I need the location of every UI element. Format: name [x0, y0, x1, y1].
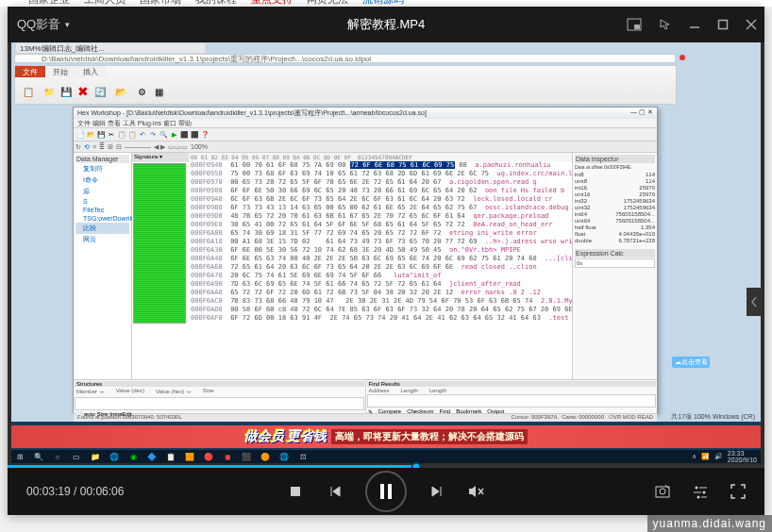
app-icon: ◼: [223, 452, 232, 461]
chevron-down-icon: ▾: [65, 20, 70, 29]
start-icon: ⊞: [15, 452, 25, 461]
fullscreen-button[interactable]: [729, 482, 747, 501]
hex-menu: 文件 编辑 查看 工具 Plug-ins 窗口 帮助: [74, 119, 657, 128]
app-icon: 📋: [166, 452, 176, 461]
binary-map-icon: [133, 163, 186, 324]
paste-icon: 📋: [17, 81, 40, 102]
data-inspector-panel: Data Inspector Data at offset 0x000F394E…: [572, 153, 657, 379]
app-icon: 🔷: [147, 452, 157, 461]
wechat-icon: ◉: [128, 452, 138, 461]
svg-point-15: [703, 491, 706, 494]
hex-window-controls: — ▢ ✕: [630, 108, 653, 118]
hex-toolbar: 📄📂💾✂📋📋↶↷🔍▶⬛⬛❓: [74, 128, 657, 141]
video-player-window: QQ影音▾ 解密教程.MP4 13M%编辑日志_编辑社... D:\Baidu\…: [8, 7, 764, 515]
refresh-icon: 🔄: [92, 81, 108, 102]
inner-url-bar: D:\Baidu\netdisk\Download\androidkiller_…: [14, 54, 676, 63]
clock: 23:332020/9/10: [728, 450, 757, 463]
svg-rect-8: [388, 484, 392, 499]
tool-icon: ⚙: [134, 81, 149, 102]
settings-button[interactable]: [691, 482, 710, 501]
ribbon-tab-file: 文件: [15, 66, 45, 77]
hex-dump: 00 01 02 03 04 05 06 07 08 09 0A 0B 0C 0…: [189, 153, 572, 379]
tree-item: 比较: [76, 223, 129, 234]
screenshot-button[interactable]: [653, 482, 672, 501]
hex-title: Hex Workshop - [D:\Baidu\Netdisk\Downloa…: [74, 108, 657, 119]
tray-icon: ∧: [692, 453, 696, 460]
maximize-button[interactable]: [717, 19, 729, 30]
video-content[interactable]: 13M%编辑日志_编辑社... D:\Baidu\netdisk\Downloa…: [8, 42, 764, 465]
player-controls: 00:03:19 / 00:06:06: [8, 468, 764, 515]
tree-item: TSG:owerDownlo: [76, 214, 129, 223]
cortana-icon: ○: [53, 452, 62, 461]
pointer-icon[interactable]: [659, 18, 672, 31]
app-icon: 🟧: [185, 452, 194, 461]
pip-icon[interactable]: [627, 18, 642, 31]
video-title: 解密教程.MP4: [347, 16, 425, 33]
edge-icon: 🌐: [109, 452, 119, 461]
hex-statusbar: Found at position 0x03070940. 5074030L C…: [74, 413, 657, 422]
background-browser-tabs: 国家企业 工商人员 国家市场 我的课程 重点支持 网页无法 流销源码: [0, 0, 772, 7]
hex-bottom-panels: Structures Member ㅜValue (dec)Value (hex…: [74, 379, 657, 413]
svg-point-12: [660, 489, 665, 494]
hex-toolbar2: ↻⟲≡≣⊞⊟————◀ ▶▭▭▭100%: [74, 141, 657, 153]
svg-rect-3: [719, 21, 728, 29]
app-icon: 🔴: [204, 452, 213, 461]
status-text: 共17项 100% Windows (CR): [671, 412, 755, 422]
app-icon: 🟠: [260, 452, 270, 461]
search-icon: 🔍: [34, 452, 43, 461]
app-icon: ⬛: [242, 452, 251, 461]
sidebar-expand-icon[interactable]: [747, 288, 762, 316]
tree-item: 网页: [76, 234, 129, 245]
time-display: 00:03:19 / 00:06:06: [26, 485, 124, 498]
wifi-icon: 📶: [701, 453, 710, 460]
previous-button[interactable]: [326, 482, 344, 501]
inner-browser-tab: 13M%编辑日志_编辑社...: [16, 43, 205, 53]
explorer-icon: 📁: [91, 452, 100, 461]
minimize-button[interactable]: [689, 19, 700, 30]
save-icon: 💾: [59, 81, 74, 102]
tree-item: I命令: [76, 175, 129, 186]
mute-button[interactable]: [467, 482, 486, 501]
tree-item: S: [76, 197, 129, 206]
inner-taskbar: 共17项 100% Windows (CR) 做会员 更省钱 高端，即将更新大量…: [11, 422, 761, 463]
watermark: yuanma.didai.wang: [647, 515, 772, 532]
svg-rect-6: [291, 487, 300, 496]
stop-button[interactable]: [286, 482, 305, 501]
tool-icon: ▦: [151, 81, 166, 102]
hex-tree-panel: Data Manager 复制符 I命令 源 S FileTec TSG:owe…: [74, 153, 132, 379]
taskview-icon: ▭: [72, 452, 81, 461]
close-button[interactable]: [746, 19, 757, 30]
office-ribbon: 文件 开始 插入 📋 📁 💾 ✖ 🔄 📂 ⚙ ▦: [14, 65, 677, 105]
svg-point-13: [696, 487, 698, 490]
app-name[interactable]: QQ影音▾: [17, 16, 70, 33]
tree-item: 源: [76, 186, 129, 197]
svg-rect-1: [634, 25, 640, 29]
hex-editor-window: Hex Workshop - [D:\Baidu\Netdisk\Downloa…: [73, 107, 658, 413]
chrome-icon: 🌐: [279, 452, 289, 461]
svg-point-17: [697, 496, 700, 499]
titlebar[interactable]: QQ影音▾ 解密教程.MP4: [8, 7, 764, 42]
hex-sidebar-visual: Signature ▾: [132, 153, 189, 379]
svg-rect-7: [380, 484, 384, 499]
pause-button[interactable]: [365, 471, 407, 512]
next-button[interactable]: [428, 482, 446, 501]
app-icon: ⊡: [298, 452, 308, 461]
ad-banner: 做会员 更省钱 高端，即将更新大量教程；解决不会搭建源码: [11, 425, 761, 448]
delete-icon: ✖: [76, 81, 91, 102]
volume-icon: 🔊: [714, 453, 723, 460]
folder2-icon: 📂: [109, 81, 132, 102]
video-frame: 13M%编辑日志_编辑社... D:\Baidu\netdisk\Downloa…: [11, 42, 761, 463]
folder-icon: 📁: [42, 81, 57, 102]
notification-dot-icon: [680, 55, 685, 60]
cloud-badge[interactable]: ☁ 点击查看: [672, 357, 710, 368]
tree-item: FileTec: [76, 206, 129, 214]
tree-item: 复制符: [76, 163, 129, 175]
